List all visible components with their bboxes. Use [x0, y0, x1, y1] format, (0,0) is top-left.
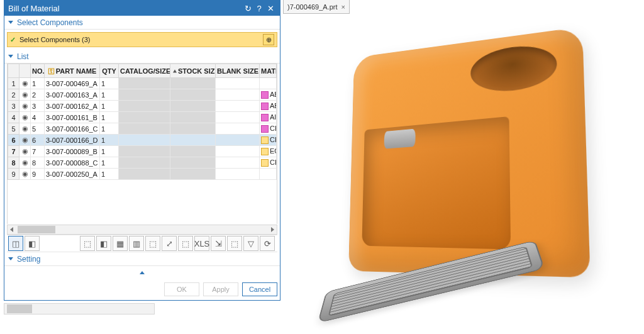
toolbar-button-4[interactable]: ⬚ — [145, 236, 160, 251]
close-icon[interactable]: ✕ — [265, 4, 276, 13]
cell-blank[interactable] — [216, 101, 260, 112]
table-row[interactable]: 8◉83-007-000088_C1CK MOD — [8, 157, 277, 169]
cell-blank[interactable] — [216, 146, 260, 157]
refresh-icon[interactable]: ↻ — [242, 4, 253, 13]
cell-material[interactable]: ECOBLE — [260, 146, 277, 157]
table-row[interactable]: 5◉53-007-000166_C1CK MOD — [8, 123, 277, 135]
section-setting[interactable]: Setting — [4, 252, 280, 266]
visibility-icon[interactable]: ◉ — [19, 112, 31, 123]
col-part-name[interactable]: ⚿PART NAME — [45, 64, 100, 78]
table-row[interactable]: 3◉33-007-000162_A1ABS — [8, 101, 277, 112]
toolbar-mode-2[interactable]: ◧ — [25, 236, 40, 251]
cell-catalog[interactable] — [119, 169, 170, 180]
cell-stock[interactable] — [170, 123, 216, 135]
toolbar-mode-1[interactable]: ◫ — [8, 236, 23, 251]
toolbar-button-11[interactable]: ⟳ — [260, 236, 275, 251]
table-row[interactable]: 2◉23-007-000163_A1ABS — [8, 89, 277, 101]
cell-catalog[interactable] — [119, 89, 170, 101]
col-material[interactable]: MATERIAL — [260, 64, 277, 78]
cell-stock[interactable] — [170, 169, 216, 180]
ok-button[interactable]: OK — [164, 282, 199, 296]
visibility-icon[interactable]: ◉ — [19, 89, 31, 101]
select-components-text: Select Components (3) — [19, 36, 91, 43]
cell-catalog[interactable] — [119, 123, 170, 135]
cell-blank[interactable] — [216, 157, 260, 169]
cell-blank[interactable] — [216, 112, 260, 123]
table-row[interactable]: 7◉73-007-000089_B1ECOBLE — [8, 146, 277, 157]
cell-catalog[interactable] — [119, 135, 170, 146]
toolbar-button-7[interactable]: XLS — [194, 236, 209, 251]
cell-blank[interactable] — [216, 135, 260, 146]
table-row[interactable]: 4◉43-007-000161_B1AISI_31 — [8, 112, 277, 123]
cell-stock[interactable] — [170, 157, 216, 169]
section-label: List — [17, 52, 29, 61]
cell-stock[interactable] — [170, 112, 216, 123]
cell-catalog[interactable] — [119, 78, 170, 89]
tab-close-icon[interactable]: × — [341, 3, 345, 11]
cell-material[interactable]: CK MOD — [260, 135, 277, 146]
col-visibility[interactable] — [19, 64, 31, 78]
document-tab[interactable]: )7-000469_A.prt × — [283, 0, 350, 14]
cell-stock[interactable] — [170, 78, 216, 89]
cell-stock[interactable] — [170, 101, 216, 112]
cell-material[interactable]: ABS — [260, 101, 277, 112]
cell-blank[interactable] — [216, 169, 260, 180]
section-select-components[interactable]: Select Components — [4, 16, 280, 30]
cell-catalog[interactable] — [119, 157, 170, 169]
cell-material[interactable] — [260, 78, 277, 89]
scroll-thumb[interactable] — [18, 226, 55, 233]
graphics-viewport[interactable] — [283, 14, 644, 334]
material-swatch-icon — [261, 136, 269, 144]
col-blank[interactable]: BLANK SIZE — [216, 64, 260, 78]
toolbar-button-3[interactable]: ▥ — [129, 236, 144, 251]
visibility-icon[interactable]: ◉ — [19, 123, 31, 135]
col-stock[interactable]: STOCK SIZE — [170, 64, 216, 78]
cell-catalog[interactable] — [119, 146, 170, 157]
visibility-icon[interactable]: ◉ — [19, 146, 31, 157]
lower-scrollbar[interactable] — [4, 303, 155, 315]
cell-material[interactable]: CK MOD — [260, 123, 277, 135]
cell-stock[interactable] — [170, 146, 216, 157]
cell-material[interactable]: CK MOD — [260, 157, 277, 169]
toolbar-button-0[interactable]: ⬚ — [80, 236, 95, 251]
toolbar-button-5[interactable]: ⤢ — [162, 236, 177, 251]
table-row[interactable]: 9◉93-007-000250_A1 — [8, 169, 277, 180]
cell-blank[interactable] — [216, 89, 260, 101]
horizontal-scrollbar[interactable] — [7, 225, 277, 235]
table-row[interactable]: 6◉63-007-000166_D1CK MOD — [8, 135, 277, 146]
toolbar-button-1[interactable]: ◧ — [96, 236, 111, 251]
cell-catalog[interactable] — [119, 112, 170, 123]
select-components-bar[interactable]: ✓ Select Components (3) ⊕ — [7, 32, 277, 47]
table-row[interactable]: 1◉13-007-000469_A1 — [8, 78, 277, 89]
cell-qty: 1 — [100, 89, 119, 101]
cell-stock[interactable] — [170, 89, 216, 101]
toolbar-button-10[interactable]: ▽ — [243, 236, 258, 251]
add-selection-icon[interactable]: ⊕ — [263, 34, 274, 45]
help-icon[interactable]: ? — [253, 4, 265, 13]
col-qty[interactable]: QTY — [100, 64, 119, 78]
cell-material[interactable]: AISI_31 — [260, 112, 277, 123]
section-list[interactable]: List — [4, 50, 280, 64]
scroll-thumb[interactable] — [7, 304, 32, 313]
cell-blank[interactable] — [216, 123, 260, 135]
toolbar-button-2[interactable]: ▦ — [113, 236, 128, 251]
col-no[interactable]: NO. — [31, 64, 45, 78]
visibility-icon[interactable]: ◉ — [19, 169, 31, 180]
toolbar-button-6[interactable]: ⬚ — [178, 236, 193, 251]
cell-material[interactable] — [260, 169, 277, 180]
toolbar-button-9[interactable]: ⬚ — [227, 236, 242, 251]
cell-blank[interactable] — [216, 78, 260, 89]
visibility-icon[interactable]: ◉ — [19, 157, 31, 169]
table-header-row: NO. ⚿PART NAME QTY CATALOG/SIZE STOCK SI… — [8, 64, 277, 78]
cell-stock[interactable] — [170, 135, 216, 146]
cancel-button[interactable]: Cancel — [242, 282, 277, 296]
col-catalog[interactable]: CATALOG/SIZE — [119, 64, 170, 78]
cell-material[interactable]: ABS — [260, 89, 277, 101]
toolbar-button-8[interactable]: ⇲ — [211, 236, 226, 251]
cell-catalog[interactable] — [119, 101, 170, 112]
apply-button[interactable]: Apply — [203, 282, 238, 296]
visibility-icon[interactable]: ◉ — [19, 101, 31, 112]
collapse-handle[interactable] — [4, 266, 280, 279]
visibility-icon[interactable]: ◉ — [19, 78, 31, 89]
visibility-icon[interactable]: ◉ — [19, 135, 31, 146]
